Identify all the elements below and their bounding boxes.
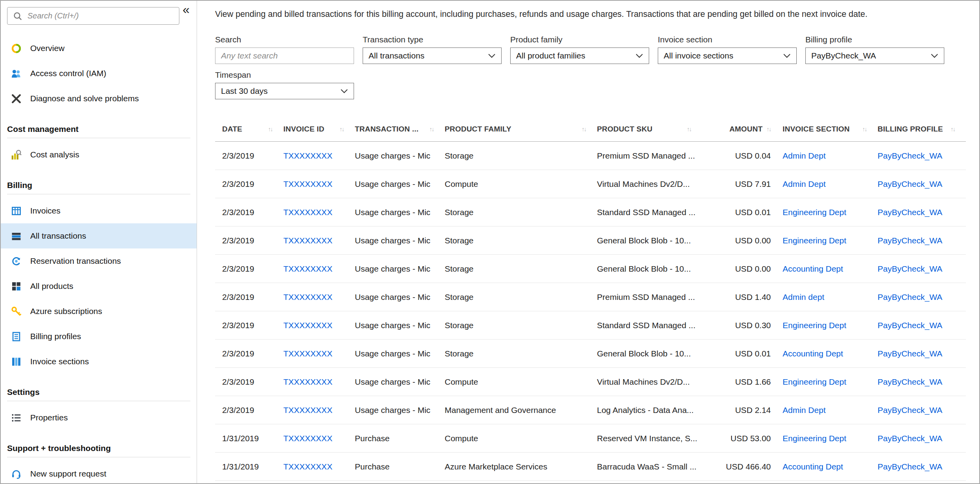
sidebar-item-diagnose[interactable]: Diagnose and solve problems [1, 86, 197, 111]
billing-profile-link[interactable]: PayByCheck_WA [878, 377, 942, 386]
invoice-id-link[interactable]: TXXXXXXXX [283, 236, 332, 245]
billing-profile-link[interactable]: PayByCheck_WA [878, 321, 942, 330]
column-header-date[interactable]: DATE ↑↓ [222, 125, 283, 133]
transactions-table: DATE ↑↓ INVOICE ID ↑↓ TRANSACTION ... ↑↓… [215, 117, 966, 481]
cell-product-sku: Reserved VM Instance, S... [597, 434, 702, 443]
cell-billing-profile: PayByCheck_WA [878, 292, 966, 302]
invoice-id-link[interactable]: TXXXXXXXX [283, 264, 332, 273]
invoice-id-link[interactable]: TXXXXXXXX [283, 179, 332, 188]
filter-transaction-type: Transaction type All transactions [363, 35, 502, 64]
invoice-section-link[interactable]: Engineering Dept [783, 434, 846, 443]
invoice-id-link[interactable]: TXXXXXXXX [283, 377, 332, 386]
sidebar-item-invoices[interactable]: Invoices [1, 198, 197, 223]
sidebar-item-access-control-iam[interactable]: Access control (IAM) [1, 61, 197, 86]
billing-profile-link[interactable]: PayByCheck_WA [878, 151, 942, 160]
cell-product-family: Storage [445, 264, 597, 274]
column-header-billing-profile[interactable]: BILLING PROFILE ↑↓ [878, 125, 966, 133]
sidebar-item-invoice-sections[interactable]: Invoice sections [1, 349, 197, 374]
sidebar-item-label: Overview [30, 44, 65, 53]
sidebar-item-azure-subscriptions[interactable]: Azure subscriptions [1, 299, 197, 324]
sidebar-item-label: Invoice sections [30, 357, 89, 366]
date-value: 2/3/2019 [222, 377, 254, 386]
cell-billing-profile: PayByCheck_WA [878, 434, 966, 443]
cell-billing-profile: PayByCheck_WA [878, 462, 966, 471]
billing-profile-dropdown[interactable]: PayByCheck_WA [805, 47, 944, 64]
column-header-product-family[interactable]: PRODUCT FAMILY ↑↓ [445, 125, 597, 133]
sidebar-item-all-transactions[interactable]: All transactions [1, 223, 197, 248]
cell-transaction-type: Usage charges - Mic [355, 179, 445, 189]
billing-profile-link[interactable]: PayByCheck_WA [878, 434, 942, 443]
invoice-section-link[interactable]: Accounting Dept [783, 264, 843, 273]
invoice-id-link[interactable]: TXXXXXXXX [283, 349, 332, 358]
invoice-section-link[interactable]: Admin Dept [783, 405, 826, 415]
timespan-dropdown[interactable]: Last 30 days [215, 83, 354, 99]
product-sku-value: General Block Blob - 10... [597, 264, 691, 273]
sidebar-item-reservation-transactions[interactable]: Reservation transactions [1, 248, 197, 274]
column-header-invoice-id[interactable]: INVOICE ID ↑↓ [283, 125, 355, 133]
invoice-id-link[interactable]: TXXXXXXXX [283, 151, 332, 160]
billing-profile-link[interactable]: PayByCheck_WA [878, 236, 942, 245]
column-header-transaction-type[interactable]: TRANSACTION ... ↑↓ [355, 125, 445, 133]
transaction-type-dropdown[interactable]: All transactions [363, 47, 502, 64]
column-label: INVOICE SECTION [783, 125, 850, 133]
sidebar-item-cost-analysis[interactable]: Cost analysis [1, 142, 197, 167]
product-family-value: Storage [445, 292, 474, 301]
sidebar-search-input[interactable] [27, 11, 174, 21]
invoice-id-link[interactable]: TXXXXXXXX [283, 292, 332, 301]
collapse-sidebar-button[interactable]: « [180, 2, 192, 16]
invoice-section-link[interactable]: Admin dept [783, 292, 824, 301]
invoice-section-link[interactable]: Engineering Dept [783, 208, 846, 217]
table-row: 2/3/2019 TXXXXXXXX Usage charges - Mic S… [215, 198, 966, 226]
transaction-type-value: Usage charges - Mic [355, 405, 431, 415]
sidebar-item-label: Reservation transactions [30, 256, 121, 266]
billing-profile-link[interactable]: PayByCheck_WA [878, 349, 942, 358]
sidebar-item-all-products[interactable]: All products [1, 274, 197, 299]
sidebar-item-label: Diagnose and solve problems [30, 94, 139, 103]
column-header-product-sku[interactable]: PRODUCT SKU ↑↓ [597, 125, 702, 133]
invoice-section-link[interactable]: Accounting Dept [783, 462, 843, 471]
column-header-amount[interactable]: AMOUNT ↑↓ [702, 125, 783, 133]
invoice-id-link[interactable]: TXXXXXXXX [283, 405, 332, 415]
date-value: 2/3/2019 [222, 349, 254, 358]
product-sku-value: Standard SSD Managed ... [597, 208, 695, 217]
billing-profile-link[interactable]: PayByCheck_WA [878, 264, 942, 273]
cell-transaction-type: Usage charges - Mic [355, 208, 445, 217]
invoice-section-link[interactable]: Engineering Dept [783, 377, 846, 386]
sidebar-item-new-support-request[interactable]: New support request [1, 461, 197, 483]
sidebar-item-overview[interactable]: Overview [1, 36, 197, 61]
invoice-section-link[interactable]: Engineering Dept [783, 236, 846, 245]
invoice-id-link[interactable]: TXXXXXXXX [283, 321, 332, 330]
billing-profile-link[interactable]: PayByCheck_WA [878, 462, 942, 471]
invoice-section-link[interactable]: Accounting Dept [783, 349, 843, 358]
invoice-section-link[interactable]: Admin Dept [783, 151, 826, 160]
product-sku-value: General Block Blob - 10... [597, 236, 691, 245]
billing-profile-link[interactable]: PayByCheck_WA [878, 292, 942, 301]
cell-invoice-id: TXXXXXXXX [283, 264, 355, 274]
cell-product-sku: Standard SSD Managed ... [597, 208, 702, 217]
search-input[interactable] [215, 47, 354, 64]
cell-invoice-section: Engineering Dept [783, 377, 878, 387]
search-icon [12, 11, 23, 21]
invoice-section-dropdown[interactable]: All invoice sections [658, 47, 797, 64]
cell-product-sku: Log Analytics - Data Ana... [597, 405, 702, 415]
invoice-section-link[interactable]: Admin Dept [783, 179, 826, 188]
invoice-id-link[interactable]: TXXXXXXXX [283, 462, 332, 471]
billing-profile-link[interactable]: PayByCheck_WA [878, 179, 942, 188]
column-header-invoice-section[interactable]: INVOICE SECTION ↑↓ [783, 125, 878, 133]
invoice-section-link[interactable]: Engineering Dept [783, 321, 846, 330]
sidebar-item-billing-profiles[interactable]: Billing profiles [1, 324, 197, 349]
transaction-type-value: Usage charges - Mic [355, 377, 431, 386]
billing-profile-link[interactable]: PayByCheck_WA [878, 405, 942, 415]
sidebar-item-properties[interactable]: Properties [1, 405, 197, 430]
product-sku-value: Virtual Machines Dv2/D... [597, 179, 690, 188]
transaction-type-value: Usage charges - Mic [355, 264, 431, 273]
billing-profile-link[interactable]: PayByCheck_WA [878, 208, 942, 217]
sidebar-item-label: Azure subscriptions [30, 307, 102, 316]
transaction-type-value: Purchase [355, 434, 390, 443]
cell-date: 2/3/2019 [222, 321, 283, 330]
product-family-dropdown[interactable]: All product families [510, 47, 649, 64]
invoice-id-link[interactable]: TXXXXXXXX [283, 208, 332, 217]
cell-amount: USD 0.00 [702, 264, 783, 274]
table-row: 2/3/2019 TXXXXXXXX Usage charges - Mic C… [215, 170, 966, 198]
invoice-id-link[interactable]: TXXXXXXXX [283, 434, 332, 443]
